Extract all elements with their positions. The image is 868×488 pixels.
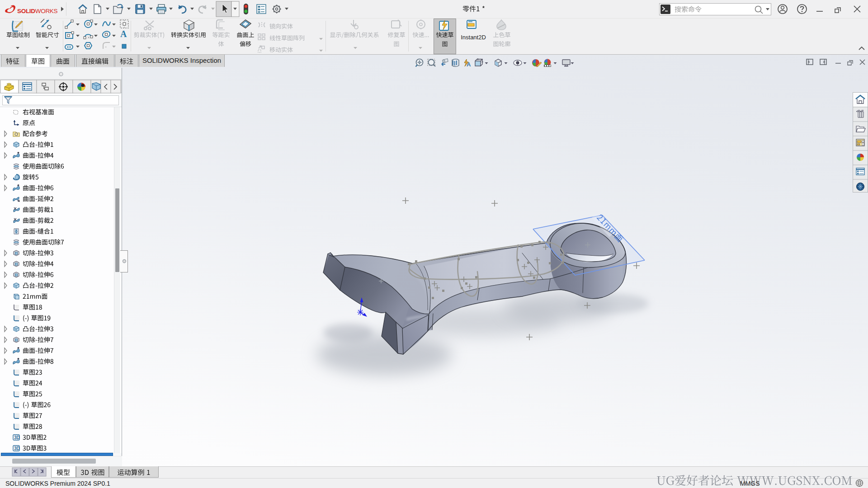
svg-text:3D: 3D <box>14 435 20 440</box>
svg-text:3D: 3D <box>14 446 20 451</box>
svg-text:A: A <box>467 61 471 68</box>
